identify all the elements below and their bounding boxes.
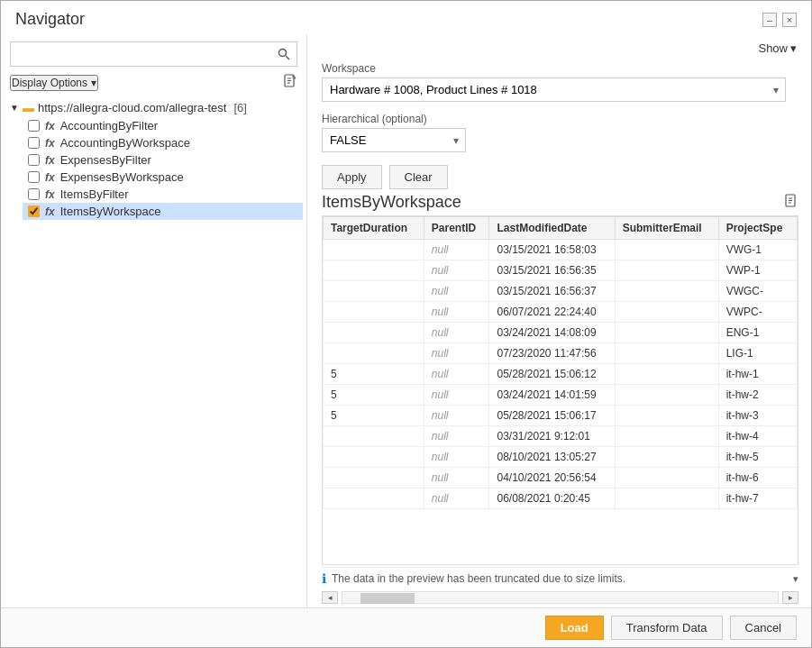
hierarchical-select-wrapper[interactable]: FALSE TRUE [322,128,466,152]
cell-date: 08/10/2021 13:05:27 [489,447,615,468]
fx-icon-5: fx [45,205,55,218]
clear-button[interactable]: Clear [389,165,448,189]
cancel-button[interactable]: Cancel [730,616,797,640]
cell-date: 03/15/2021 16:56:35 [489,260,615,281]
h-scroll-thumb[interactable] [360,593,415,604]
list-item[interactable]: fx AccountingByFilter [23,117,303,134]
search-input[interactable] [11,44,271,65]
search-icon [278,48,290,60]
workspace-select[interactable]: Hardware # 1008, Product Lines # 1018 [322,78,786,102]
apply-button[interactable]: Apply [322,165,382,189]
hierarchical-select[interactable]: FALSE TRUE [322,128,466,152]
cell-email [615,468,718,488]
preview-file-icon-button[interactable] [784,194,798,211]
table-row: null06/07/2021 22:24:40VWPC- [324,302,798,323]
cell-email [615,323,718,343]
tree-container[interactable]: ▼ ▬ https://allegra-cloud.com/allegra-te… [1,96,306,600]
load-button[interactable]: Load [545,616,604,640]
cell-project: VWG-1 [718,240,797,260]
list-item[interactable]: fx ItemsByFilter [23,186,303,203]
h-scroll-track[interactable] [342,591,779,604]
list-item[interactable]: fx ExpensesByWorkspace [23,169,303,186]
h-scroll-right[interactable]: ▸ [782,591,798,604]
cell-project: VWPC- [718,302,797,323]
list-item[interactable]: fx AccountingByWorkspace [23,134,303,151]
search-button[interactable] [271,42,297,66]
list-item[interactable]: fx ItemsByWorkspace [23,203,303,220]
show-button[interactable]: Show ▾ [758,41,797,55]
close-button[interactable]: × [782,13,797,27]
cell-target [324,488,424,509]
cell-parent: null [424,385,489,406]
cell-parent: null [424,323,489,343]
fx-icon-2: fx [45,154,55,167]
cell-target [324,426,424,447]
item-checkbox-1[interactable] [28,137,40,149]
table-row: null06/08/2021 0:20:45it-hw-7 [324,488,798,509]
cell-email [615,426,718,447]
item-checkbox-5[interactable] [28,205,40,217]
list-item[interactable]: fx ExpensesByFilter [23,151,303,169]
cell-date: 03/15/2021 16:56:37 [489,281,615,302]
cell-date: 06/08/2021 0:20:45 [489,488,615,509]
minimize-button[interactable]: – [762,13,777,27]
fx-icon-4: fx [45,188,55,201]
workspace-label: Workspace [322,62,786,75]
display-options-button[interactable]: Display Options ▾ [10,75,98,91]
title-bar: Navigator – × [1,1,811,34]
cell-target [324,302,424,323]
table-row: null03/24/2021 14:08:09ENG-1 [324,323,798,343]
item-label-0: AccountingByFilter [60,119,158,132]
table-row: null03/15/2021 16:56:35VWP-1 [324,260,798,281]
cell-project: it-hw-5 [718,447,797,468]
collapse-icon: ▼ [10,103,19,113]
col-target: TargetDuration [324,217,424,240]
item-checkbox-3[interactable] [28,171,40,183]
cell-project: it-hw-2 [718,385,797,406]
chevron-icon: ▾ [790,41,797,55]
item-checkbox-0[interactable] [28,120,40,132]
cell-target [324,323,424,343]
file-icon-button[interactable] [283,74,297,91]
folder-icon: ▬ [23,101,34,114]
cell-email [615,302,718,323]
cell-date: 05/28/2021 15:06:12 [489,364,615,385]
cell-email [615,364,718,385]
preview-title: ItemsByWorkspace [322,193,461,212]
item-checkbox-2[interactable] [28,154,40,166]
display-options-row: Display Options ▾ [1,72,306,96]
btn-row: Apply Clear [322,165,786,189]
col-email: SubmitterEmail [615,217,718,240]
cell-project: VWP-1 [718,260,797,281]
cell-parent: null [424,260,489,281]
cell-date: 03/31/2021 9:12:01 [489,426,615,447]
cell-email [615,488,718,509]
fx-icon-3: fx [45,171,55,184]
search-bar [10,41,297,67]
data-table: TargetDuration ParentID LastModifiedDate… [323,216,798,509]
table-container[interactable]: TargetDuration ParentID LastModifiedDate… [322,215,798,565]
cell-date: 04/10/2021 20:56:54 [489,468,615,488]
svg-line-1 [286,56,289,59]
item-label-3: ExpensesByWorkspace [60,170,184,184]
cell-parent: null [424,488,489,509]
horizontal-scrollbar[interactable]: ◂ ▸ [322,589,798,607]
cell-parent: null [424,426,489,447]
cell-target: 5 [324,406,424,426]
cell-project: VWGC- [718,281,797,302]
cell-project: it-hw-6 [718,468,797,488]
cell-email [615,343,718,364]
left-panel: Display Options ▾ [1,34,307,607]
info-chevron: ▾ [793,573,798,585]
cell-target [324,343,424,364]
tree-folder[interactable]: ▼ ▬ https://allegra-cloud.com/allegra-te… [5,98,303,117]
fx-icon-0: fx [45,120,55,132]
cell-parent: null [424,468,489,488]
item-checkbox-4[interactable] [28,188,40,200]
h-scroll-left[interactable]: ◂ [322,591,338,604]
info-left: ℹ The data in the preview has been trunc… [322,571,625,586]
table-row: 5null05/28/2021 15:06:12it-hw-1 [324,364,798,385]
chevron-down-icon: ▾ [91,77,96,89]
workspace-select-wrapper[interactable]: Hardware # 1008, Product Lines # 1018 [322,78,786,102]
transform-button[interactable]: Transform Data [611,616,723,640]
